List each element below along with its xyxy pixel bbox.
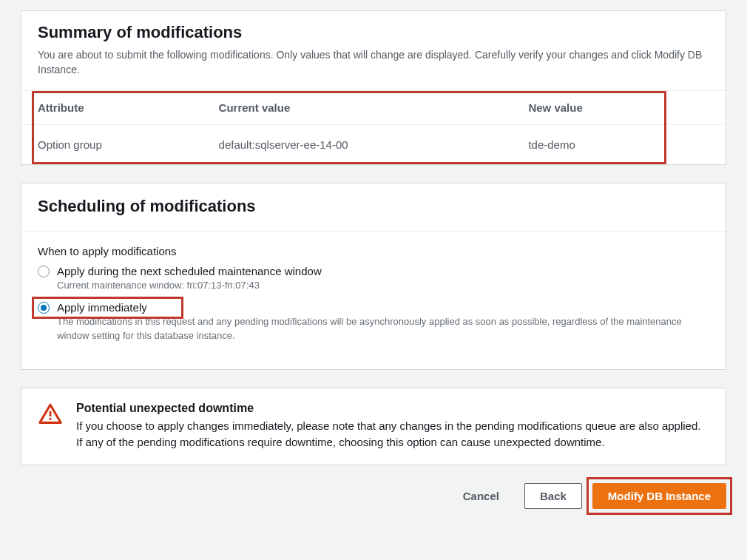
radio-label-immediate: Apply immediately	[57, 301, 147, 314]
radio-icon-selected	[38, 302, 50, 314]
summary-title: Summary of modifications	[38, 23, 709, 42]
table-row: Option group default:sqlserver-ee-14-00 …	[21, 125, 726, 165]
warning-title: Potential unexpected downtime	[76, 402, 709, 415]
cancel-button[interactable]: Cancel	[448, 484, 514, 508]
summary-description: You are about to submit the following mo…	[38, 48, 709, 77]
cell-current-value: default:sqlserver-ee-14-00	[219, 125, 529, 165]
col-new-value: New value	[528, 91, 726, 125]
back-button[interactable]: Back	[524, 483, 582, 509]
col-attribute: Attribute	[21, 91, 219, 125]
radio-help-scheduled: Current maintenance window: fri:07:13-fr…	[57, 279, 709, 292]
warning-text: If you choose to apply changes immediate…	[76, 418, 709, 451]
modify-db-instance-button[interactable]: Modify DB Instance	[592, 483, 726, 509]
col-current-value: Current value	[219, 91, 529, 125]
svg-rect-1	[50, 418, 52, 420]
radio-icon	[38, 266, 50, 277]
radio-help-immediate: The modifications in this request and an…	[57, 315, 709, 342]
radio-option-immediate[interactable]: Apply immediately The modifications in t…	[38, 301, 709, 342]
warning-icon	[38, 402, 63, 451]
radio-option-scheduled[interactable]: Apply during the next scheduled maintena…	[38, 265, 709, 292]
scheduling-panel: Scheduling of modifications When to appl…	[21, 183, 726, 370]
svg-rect-0	[50, 411, 52, 416]
modifications-table: Attribute Current value New value Option…	[21, 91, 726, 164]
scheduling-title: Scheduling of modifications	[38, 197, 709, 216]
warning-panel: Potential unexpected downtime If you cho…	[21, 388, 726, 465]
cell-attribute: Option group	[21, 125, 219, 165]
summary-panel: Summary of modifications You are about t…	[21, 10, 726, 165]
radio-label-scheduled: Apply during the next scheduled maintena…	[57, 265, 322, 277]
scheduling-question: When to apply modifications	[38, 245, 709, 257]
cell-new-value: tde-demo	[528, 125, 726, 165]
button-row: Cancel Back Modify DB Instance	[21, 483, 726, 509]
